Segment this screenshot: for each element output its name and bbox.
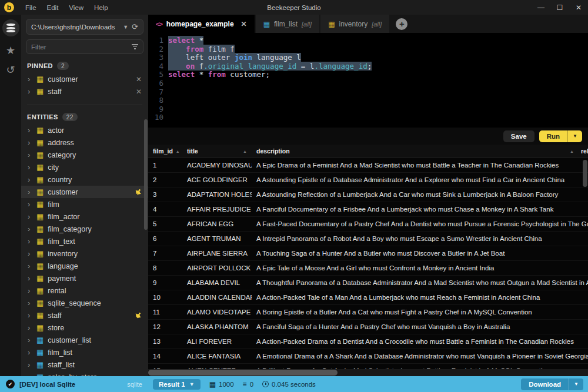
filter-field[interactable] xyxy=(26,39,143,54)
sidebar-item-address[interactable]: ›▦address xyxy=(21,136,148,149)
cell-film-id[interactable]: 7 xyxy=(148,250,182,257)
maximize-button[interactable]: ☐ xyxy=(550,4,569,12)
cell-title[interactable]: ALADDIN CALENDAR xyxy=(182,294,252,301)
column-header-film-id[interactable]: film_id ▲ xyxy=(148,145,182,158)
pin-icon[interactable] xyxy=(133,310,143,320)
favorites-star-icon[interactable]: ★ xyxy=(6,45,15,56)
sort-icon[interactable]: ▲ xyxy=(243,149,247,153)
cell-film-id[interactable]: 12 xyxy=(148,323,182,330)
cell-film-id[interactable]: 1 xyxy=(148,162,182,169)
cell-title[interactable]: AFRICAN EGG xyxy=(182,220,252,227)
chevron-right-icon[interactable]: › xyxy=(28,311,32,319)
sidebar-item-film_category[interactable]: ›▦film_category xyxy=(21,223,148,235)
chevron-right-icon[interactable]: › xyxy=(28,336,32,344)
cell-film-id[interactable]: 11 xyxy=(148,309,182,316)
chevron-right-icon[interactable]: › xyxy=(28,287,32,294)
code-area[interactable]: select * from film f left outer join lan… xyxy=(163,36,588,128)
cell-title[interactable]: ALABAMA DEVIL xyxy=(182,279,252,286)
unpin-icon[interactable]: ✕ xyxy=(136,75,142,83)
cell-description[interactable]: A Action-Packed Tale of a Man And a Lumb… xyxy=(252,294,588,301)
cell-description[interactable]: A Epic Tale of a Moose And a Girl who mu… xyxy=(252,264,588,272)
cell-description[interactable]: A Epic Drama of a Feminist And a Mad Sci… xyxy=(252,162,588,169)
cell-film-id[interactable]: 2 xyxy=(148,176,182,183)
chevron-right-icon[interactable]: › xyxy=(28,139,32,146)
cell-film-id[interactable]: 5 xyxy=(148,220,182,227)
sidebar-item-inventory[interactable]: ›▦inventory xyxy=(21,247,148,260)
download-dropdown-caret-icon[interactable]: ▼ xyxy=(569,378,583,390)
chevron-right-icon[interactable]: › xyxy=(28,75,32,83)
cell-title[interactable]: AIRPORT POLLOCK xyxy=(182,264,252,272)
cell-film-id[interactable]: 6 xyxy=(148,235,182,242)
horizontal-scrollbar-track[interactable] xyxy=(148,369,588,376)
save-button[interactable]: Save xyxy=(503,130,534,142)
chevron-right-icon[interactable]: › xyxy=(28,88,32,95)
chevron-right-icon[interactable]: › xyxy=(28,349,32,356)
cell-title[interactable]: AFFAIR PREJUDICE xyxy=(182,206,252,213)
chevron-right-icon[interactable]: › xyxy=(28,324,32,331)
cell-title[interactable]: ACE GOLDFINGER xyxy=(182,176,252,183)
chevron-right-icon[interactable]: › xyxy=(28,126,32,134)
sidebar-item-film_actor[interactable]: ›▦film_actor xyxy=(21,210,148,223)
connection-dropdown[interactable]: C:\Users\ghstng\Downloads ▼ ⟳ xyxy=(26,19,143,35)
sidebar-item-sqlite_sequence[interactable]: ›▦sqlite_sequence xyxy=(21,297,148,309)
table-row[interactable]: 2ACE GOLDFINGERA Astounding Epistle of a… xyxy=(148,173,588,187)
filter-input[interactable] xyxy=(31,43,132,51)
pin-icon[interactable] xyxy=(133,187,143,197)
cell-description[interactable]: A Astounding Epistle of a Database Admin… xyxy=(252,176,588,183)
menu-view[interactable]: View xyxy=(64,4,89,11)
run-dropdown-caret-icon[interactable]: ▼ xyxy=(568,130,582,142)
table-row[interactable]: 3ADAPTATION HOLESA Astounding Reflection… xyxy=(148,187,588,202)
sidebar-item-language[interactable]: ›▦language xyxy=(21,260,148,272)
column-header-title[interactable]: title ▲ xyxy=(182,145,252,158)
sidebar-item-actor[interactable]: ›▦actor xyxy=(21,124,148,136)
table-row[interactable]: 9ALABAMA DEVILA Thoughtful Panorama of a… xyxy=(148,276,588,290)
cell-film-id[interactable]: 13 xyxy=(148,338,182,345)
chevron-right-icon[interactable]: › xyxy=(28,213,32,220)
sidebar-item-customer[interactable]: ›▦customer xyxy=(21,186,148,198)
cell-description[interactable]: A Intrepid Panorama of a Robot And a Boy… xyxy=(252,235,588,242)
sidebar-item-city[interactable]: ›▦city xyxy=(21,161,148,173)
cell-description[interactable]: A Touching Saga of a Hunter And a Butler… xyxy=(252,250,588,257)
database-icon[interactable] xyxy=(2,19,19,36)
cell-title[interactable]: ADAPTATION HOLES xyxy=(182,191,252,198)
chevron-right-icon[interactable]: › xyxy=(28,225,32,233)
chevron-right-icon[interactable]: › xyxy=(28,361,32,368)
chevron-right-icon[interactable]: › xyxy=(28,299,32,307)
tab-inventory[interactable]: ▦ inventory [all] xyxy=(320,15,389,33)
vertical-scrollbar[interactable] xyxy=(583,160,587,187)
sidebar-item-country[interactable]: ›▦country xyxy=(21,173,148,186)
cell-description[interactable]: A Astounding Reflection of a Lumberjack … xyxy=(252,191,588,198)
table-row[interactable]: 10ALADDIN CALENDARA Action-Packed Tale o… xyxy=(148,290,588,305)
cell-description[interactable]: A Fanciful Saga of a Hunter And a Pastry… xyxy=(252,323,588,330)
cell-title[interactable]: ALAMO VIDEOTAPE xyxy=(182,309,252,316)
sidebar-scrollbar[interactable] xyxy=(144,119,148,230)
cell-title[interactable]: ALICE FANTASIA xyxy=(182,353,252,360)
cell-film-id[interactable]: 14 xyxy=(148,353,182,360)
table-row[interactable]: 15ALIEN CENTERA Brilliant Drama of a Cat… xyxy=(148,364,588,369)
chevron-right-icon[interactable]: › xyxy=(28,200,32,208)
table-row[interactable]: 8AIRPORT POLLOCKA Epic Tale of a Moose A… xyxy=(148,261,588,276)
sidebar-item-customer_list[interactable]: ›▦customer_list xyxy=(21,334,148,346)
tab-film-list[interactable]: ▦ film_list [all] xyxy=(256,15,319,33)
cell-title[interactable]: ALI FOREVER xyxy=(182,338,252,345)
cell-title[interactable]: AGENT TRUMAN xyxy=(182,235,252,242)
run-button-label[interactable]: Run xyxy=(539,130,568,142)
sidebar-item-store[interactable]: ›▦store xyxy=(21,321,148,334)
new-tab-button[interactable]: + xyxy=(396,18,407,30)
horizontal-scrollbar-handle[interactable] xyxy=(148,370,338,376)
sidebar-item-category[interactable]: ›▦category xyxy=(21,149,148,161)
sort-icon[interactable]: ▲ xyxy=(176,149,180,153)
result-selector[interactable]: Result 1 ▼ xyxy=(153,379,201,390)
chevron-right-icon[interactable]: › xyxy=(28,176,32,183)
cell-description[interactable]: A Thoughtful Panorama of a Database Admi… xyxy=(252,279,588,286)
cell-description[interactable]: A Action-Packed Drama of a Dentist And a… xyxy=(252,338,588,345)
sidebar-item-payment[interactable]: ›▦payment xyxy=(21,272,148,284)
table-row[interactable]: 6AGENT TRUMANA Intrepid Panorama of a Ro… xyxy=(148,232,588,246)
chevron-right-icon[interactable]: › xyxy=(28,262,32,270)
chevron-right-icon[interactable]: › xyxy=(28,250,32,257)
table-row[interactable]: 5AFRICAN EGGA Fast-Paced Documentary of … xyxy=(148,217,588,232)
download-button-label[interactable]: Download xyxy=(521,378,569,390)
download-button[interactable]: Download ▼ xyxy=(521,378,583,390)
cell-description[interactable]: A Boring Epistle of a Butler And a Cat w… xyxy=(252,309,588,316)
status-connection[interactable]: ✔ [DEV] local Sqlite sqlite xyxy=(0,380,148,388)
